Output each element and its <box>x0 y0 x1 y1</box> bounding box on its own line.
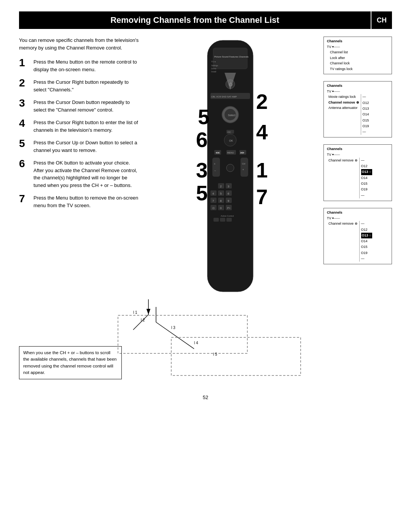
svg-text:Picture  Sound  Features  Chan: Picture Sound Features Channels <box>214 56 249 58</box>
svg-rect-76 <box>171 337 301 375</box>
svg-text:OK: OK <box>229 139 233 142</box>
svg-text:CBL  VCR  DVD  SAT  AMP: CBL VCR DVD SAT AMP <box>211 96 237 98</box>
menu-row-channellist: Channel list <box>330 50 389 55</box>
step-text-2: Press the Cursor Right button repeatedly… <box>33 78 141 93</box>
menu-screen-2: Channels TV ●—— Movie ratings lock Chann… <box>323 81 392 137</box>
menu-row-tv-2: TV ●—— <box>327 89 389 94</box>
center-column: Picture Sound Features Channels TV ● Set… <box>148 37 316 296</box>
bottom-note: When you use the CH + or – buttons to sc… <box>19 346 122 379</box>
svg-rect-75 <box>118 315 247 353</box>
steps-list: 1 Press the Menu button on the remote co… <box>19 58 141 209</box>
menu-row-channelremove-4: Channel remove ⊕ <box>328 221 358 226</box>
page-container: Removing Channels from the Channel List … <box>0 0 411 415</box>
step-number-7: 7 <box>19 193 30 204</box>
svg-rect-1 <box>213 48 247 69</box>
svg-text:▶▶: ▶▶ <box>241 151 245 154</box>
menu-row-channelremove-3: Channel remove ⊕ <box>328 158 358 163</box>
svg-text:CC: CC <box>228 131 231 133</box>
menu-row-tv-4: TV ●—— <box>327 216 389 221</box>
step-text-5: Press the Cursor Up or Down button to se… <box>33 139 141 154</box>
step-text-7: Press the Menu button to remove the on-s… <box>33 194 141 209</box>
svg-rect-56 <box>226 218 232 222</box>
svg-text:⊡: ⊡ <box>212 207 215 209</box>
step-number-3: 3 <box>19 98 30 109</box>
svg-text:Install: Install <box>211 70 216 73</box>
page-header: Removing Channels from the Channel List … <box>19 11 392 29</box>
svg-text:l 4: l 4 <box>194 341 198 345</box>
step-6: 6 Press the OK button to activate your c… <box>19 159 141 189</box>
menu-screen-4: Channels TV ●—— Channel remove ⊕ — O12 <box>323 208 392 264</box>
step-5: 5 Press the Cursor Up or Down button to … <box>19 139 141 154</box>
step-7: 7 Press the Menu button to remove the on… <box>19 194 141 209</box>
svg-text:0: 0 <box>220 206 222 210</box>
svg-text:Settings: Settings <box>211 64 218 67</box>
svg-text:l 2: l 2 <box>141 318 145 322</box>
step-text-3: Press the Cursor Down button repeatedly … <box>33 99 141 113</box>
svg-text:5: 5 <box>196 181 208 205</box>
svg-text:−: − <box>214 169 216 172</box>
menu-row-movieratings: Movie ratings lock <box>328 94 359 99</box>
svg-rect-24 <box>212 158 220 177</box>
svg-text:6: 6 <box>228 192 229 195</box>
svg-text:l 5: l 5 <box>213 352 217 356</box>
svg-text:l 3: l 3 <box>171 326 175 330</box>
step-number-6: 6 <box>19 158 30 169</box>
tv-header-4: Channels <box>327 211 389 214</box>
svg-text:5: 5 <box>220 192 222 195</box>
svg-text:Active Control: Active Control <box>221 215 234 217</box>
svg-text:3: 3 <box>228 185 229 188</box>
menu-row-tvratings: TV ratings lock <box>330 66 389 72</box>
intro-text: You can remove specific channels from th… <box>19 37 141 51</box>
page-badge: CH <box>371 11 392 29</box>
svg-text:3: 3 <box>196 158 208 182</box>
svg-text:7: 7 <box>212 199 214 203</box>
bottom-diagram: l 1 l 2 l 3 l 4 l 5 When you use the CH … <box>19 299 392 383</box>
svg-text:5: 5 <box>198 105 210 129</box>
svg-rect-54 <box>213 218 219 222</box>
page-number: 52 <box>19 395 392 400</box>
svg-text:4: 4 <box>212 192 214 195</box>
svg-text:+: + <box>214 163 215 165</box>
bottom-note-text: When you use the CH + or – buttons to sc… <box>23 350 117 375</box>
left-column: You can remove specific channels from th… <box>19 37 141 296</box>
svg-point-30 <box>226 164 234 172</box>
svg-rect-55 <box>220 218 225 222</box>
main-content: You can remove specific channels from th… <box>19 37 392 296</box>
svg-text:CH: CH <box>242 163 245 165</box>
svg-text:l 1: l 1 <box>133 310 137 315</box>
svg-text:4: 4 <box>256 120 268 144</box>
svg-text:P+: P+ <box>227 207 231 209</box>
svg-text:6: 6 <box>196 128 208 152</box>
svg-text:TV ●: TV ● <box>211 61 216 63</box>
step-4: 4 Press the Cursor Right button to enter… <box>19 119 141 134</box>
svg-line-68 <box>133 315 148 330</box>
step-2: 2 Press the Cursor Right button repeated… <box>19 78 141 93</box>
svg-text:2: 2 <box>256 90 268 113</box>
svg-text:2: 2 <box>220 185 222 188</box>
tv-header-2: Channels <box>327 84 389 88</box>
remote-container: Picture Sound Features Channels TV ● Set… <box>188 37 276 296</box>
step-3: 3 Press the Cursor Down button repeatedl… <box>19 99 141 113</box>
menu-row-channelremove-2: Channel remove ⊕ <box>328 100 359 105</box>
tv-header-1: Channels <box>327 39 389 43</box>
menu-row-tv-1: TV ●—— <box>327 44 389 50</box>
svg-text:◀◀: ◀◀ <box>215 151 220 154</box>
svg-text:7: 7 <box>256 185 268 209</box>
page-title: Removing Channels from the Channel List <box>19 11 371 29</box>
svg-rect-27 <box>241 158 248 177</box>
right-column: Channels TV ●—— Channel list Lock after … <box>323 37 392 296</box>
menu-row-lockafter: Lock after <box>330 55 389 61</box>
svg-text:9: 9 <box>228 199 229 203</box>
svg-text:+: + <box>242 168 244 171</box>
step-1: 1 Press the Menu button on the remote co… <box>19 58 141 73</box>
menu-row-tv-3: TV ●—— <box>327 152 389 157</box>
step-text-6: Press the OK button to activate your cho… <box>33 159 141 189</box>
menu-row-antenna: Antenna attenuator <box>328 105 359 110</box>
step-number-1: 1 <box>19 58 30 68</box>
step-number-5: 5 <box>19 138 30 149</box>
step-text-4: Press the Cursor Right button to enter t… <box>33 119 141 134</box>
svg-text:Demo: Demo <box>211 67 217 70</box>
svg-text:1: 1 <box>256 158 268 182</box>
tv-header-3: Channels <box>327 147 389 151</box>
menu-row-channellock: Channel lock <box>330 61 389 66</box>
